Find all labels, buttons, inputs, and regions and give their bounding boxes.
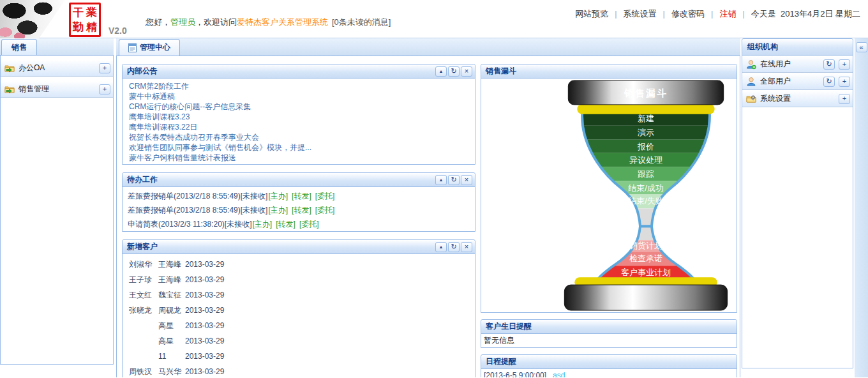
panel-header: 待办工作 ▲ ↻ × — [123, 173, 475, 187]
todo-item: 申请简表(2013/2/3 11:38:20)[未接收][主办][转发][委托] — [128, 217, 470, 231]
customer-row[interactable]: 周铁汉马兴华2013-03-29 — [129, 364, 470, 377]
created-date: 2013-03-29 — [185, 303, 470, 318]
collapse-icon[interactable]: ▲ — [435, 175, 447, 185]
nav-separator: | — [663, 9, 665, 19]
delegate-link[interactable]: [委托] — [315, 192, 335, 200]
forward-link[interactable]: [转发] — [292, 192, 311, 200]
expand-button[interactable]: + — [99, 63, 110, 73]
funnel-stage-label: 异议处理 — [629, 155, 662, 165]
customer-row[interactable]: 高星2013-03-29 — [129, 318, 470, 333]
customer-row[interactable]: 112013-03-29 — [129, 349, 470, 364]
expand-button[interactable]: + — [99, 84, 110, 94]
tab-management-center[interactable]: 管理中心 — [119, 39, 180, 56]
funnel-stage-label: 演示 — [638, 128, 654, 137]
close-icon[interactable]: × — [461, 66, 472, 77]
todo-item: 差旅费报销单(2013/2/18 8:55:49)[未接收][主办][转发][委… — [128, 189, 470, 203]
close-icon[interactable]: × — [461, 175, 472, 185]
todo-text[interactable]: 申请简表(2013/2/3 11:38:20)[未接收] — [128, 220, 252, 229]
todo-item: 差旅费报销单(2013/2/18 8:55:49)[未接收][主办][转发][委… — [128, 203, 470, 217]
user-icon — [746, 77, 756, 87]
announcement-link[interactable]: 欢迎销售团队同事参与测试《销售机会》模块，并提... — [129, 142, 470, 153]
salesman-name: 马兴华 — [158, 364, 184, 377]
sidebar-item-sales-management[interactable]: 销售管理 + — [1, 80, 113, 98]
welcome-middle: ，欢迎访问 — [195, 17, 237, 27]
announcement-list: CRM第2阶段工作 蒙牛中标通稿 CRM运行的核心问题--客户信息采集 鹰隼培训… — [123, 79, 475, 164]
created-date: 2013-03-29 — [185, 287, 470, 303]
announcement-link[interactable]: 蒙牛客户饲料销售量统计表报送 — [129, 153, 470, 163]
refresh-icon[interactable]: ↻ — [448, 66, 460, 77]
change-password-link[interactable]: 修改密码 — [671, 9, 705, 19]
customer-row[interactable]: 高星2013-03-29 — [129, 333, 470, 349]
current-date: 2013年4月2日 星期二 — [781, 9, 860, 19]
customer-row[interactable]: 王文红魏宝征2013-03-29 — [129, 287, 470, 303]
salesman-name: 王海峰 — [158, 257, 184, 272]
salesman-name: 11 — [158, 349, 184, 364]
content-area: 销售 办公OA + 销售管理 + 管理中心 — [0, 38, 868, 377]
collapse-icon[interactable]: ▲ — [435, 66, 447, 77]
customer-row[interactable]: 张晓龙周砚龙2013-03-29 — [129, 303, 470, 318]
panel-title: 待办工作 — [127, 174, 158, 185]
logout-link[interactable]: 注销 — [719, 9, 736, 19]
refresh-icon[interactable]: ↻ — [823, 59, 835, 70]
sidebar-item-online-users[interactable]: 在线用户 ↻ + — [742, 56, 853, 73]
funnel-graphic-title: 销售漏斗 — [624, 87, 668, 98]
announcement-link[interactable]: 鹰隼培训课程3.22日 — [129, 122, 470, 132]
customer-name: 周铁汉 — [129, 364, 157, 377]
system-settings-link[interactable]: 系统设置 — [624, 9, 657, 19]
seal-char: 勤 — [73, 22, 84, 33]
seal-char: 業 — [86, 7, 97, 18]
collapse-icon[interactable]: ▲ — [435, 242, 447, 252]
sidebar-item-office-oa[interactable]: 办公OA + — [1, 59, 113, 77]
host-link[interactable]: [主办] — [268, 192, 288, 200]
host-link[interactable]: [主办] — [268, 206, 288, 215]
birthday-empty-text: 暂无信息 — [481, 334, 737, 347]
main-tabstrip: 管理中心 — [116, 38, 740, 56]
created-date: 2013-03-29 — [185, 364, 470, 377]
site-preview-link[interactable]: 网站预览 — [575, 9, 608, 19]
refresh-icon[interactable]: ↻ — [823, 77, 835, 87]
announcement-link[interactable]: 蒙牛中标通稿 — [129, 91, 470, 102]
forward-link[interactable]: [转发] — [292, 206, 311, 215]
main-region: 管理中心 内部公告 ▲ ↻ × CRM第2阶段工作 — [116, 38, 740, 377]
announcement-link[interactable]: 祝贺长春爱特杰成功召开春季事业大会 — [129, 132, 470, 142]
panel-todo: 待办工作 ▲ ↻ × 差旅费报销单(2013/2/18 8:55:49)[未接收… — [122, 172, 475, 232]
online-user-icon — [746, 59, 756, 70]
announcement-link[interactable]: CRM运行的核心问题--客户信息采集 — [129, 102, 470, 112]
customer-list: 刘淑华王海峰2013-03-29 王子珍王海峰2013-03-29 王文红魏宝征… — [123, 254, 475, 377]
refresh-icon[interactable]: ↻ — [448, 242, 460, 252]
main-left-column: 内部公告 ▲ ↻ × CRM第2阶段工作 蒙牛中标通稿 CRM运行的核心问题--… — [122, 64, 475, 377]
panel-title: 新增客户 — [127, 241, 158, 252]
panel-header: 销售漏斗 — [481, 64, 737, 79]
expand-button[interactable]: + — [839, 59, 850, 70]
schedule-link[interactable]: asd — [553, 371, 565, 377]
seal-char: 干 — [73, 7, 84, 18]
unread-count[interactable]: [0条未读的消息] — [332, 17, 391, 27]
announcement-link[interactable]: 鹰隼培训课程3.23 — [129, 112, 470, 122]
forward-link[interactable]: [转发] — [276, 220, 296, 229]
customer-row[interactable]: 王子珍王海峰2013-03-29 — [129, 272, 470, 287]
customer-name: 张晓龙 — [129, 303, 157, 318]
system-name: 爱特杰客户关系管理系统 — [237, 17, 328, 27]
todo-text[interactable]: 差旅费报销单(2013/2/18 8:55:49)[未接收] — [128, 206, 267, 215]
todo-text[interactable]: 差旅费报销单(2013/2/18 8:55:49)[未接收] — [128, 192, 267, 200]
close-icon[interactable]: × — [461, 242, 472, 252]
announcement-link[interactable]: CRM第2阶段工作 — [129, 81, 470, 91]
tab-sales[interactable]: 销售 — [1, 39, 37, 55]
todo-list: 差旅费报销单(2013/2/18 8:55:49)[未接收][主办][转发][委… — [123, 187, 475, 231]
sidebar-item-all-users[interactable]: 全部用户 ↻ + — [742, 73, 853, 90]
funnel-stage-label: 结束/成功 — [628, 183, 663, 193]
panel-title: 客户生日提醒 — [486, 321, 532, 332]
host-link[interactable]: [主办] — [253, 220, 273, 229]
expand-button[interactable]: + — [839, 94, 850, 104]
delegate-link[interactable]: [委托] — [315, 206, 335, 215]
sidebar-accordion: 办公OA + 销售管理 + — [0, 56, 114, 365]
refresh-icon[interactable]: ↻ — [448, 175, 460, 185]
collapse-sidebar-icon[interactable]: « — [856, 42, 867, 52]
top-nav: 网站预览|系统设置|修改密码|注销|今天是 2013年4月2日 星期二 — [575, 8, 860, 20]
sidebar-item-system-settings[interactable]: 系统设置 + — [742, 90, 853, 107]
settings-folder-icon — [746, 94, 756, 104]
panel-header: 客户生日提醒 — [481, 320, 737, 334]
delegate-link[interactable]: [委托] — [299, 220, 319, 229]
customer-row[interactable]: 刘淑华王海峰2013-03-29 — [129, 257, 470, 272]
expand-button[interactable]: + — [839, 77, 850, 87]
